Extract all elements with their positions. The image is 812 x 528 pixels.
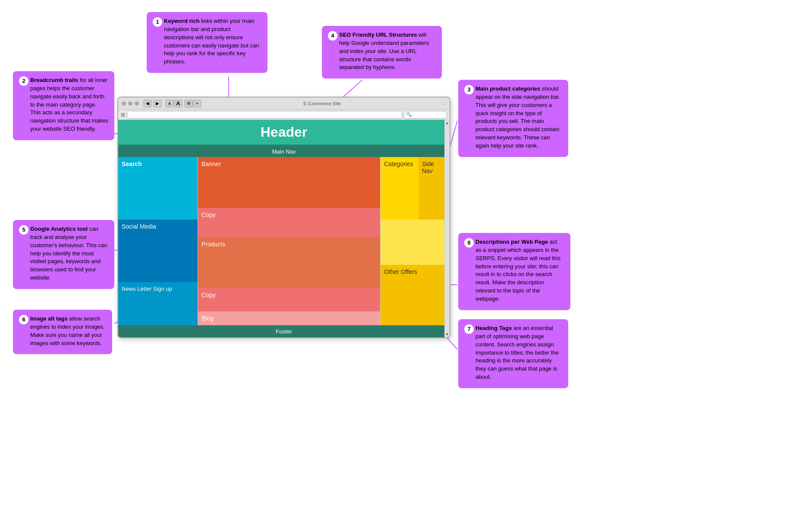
- site-left-column: Search Social Media News Letter Sign up: [118, 157, 198, 325]
- browser-titlebar: ◀ ▶ A A ⚙ + E-Commerce Site -: [118, 97, 450, 110]
- browser-scrollbar[interactable]: ▲ ▼: [444, 120, 450, 337]
- site-copy1-block: Copy: [198, 208, 380, 238]
- browser-traffic-lights: [122, 101, 139, 106]
- forward-button[interactable]: ▶: [153, 100, 162, 107]
- callout-num-6: 6: [19, 315, 28, 324]
- callout-5: 5 Google Analytics tool can track and an…: [13, 220, 114, 289]
- site-categories-block: Categories: [381, 157, 419, 220]
- text-size-large[interactable]: A: [174, 100, 183, 107]
- site-social-block: Social Media: [118, 220, 198, 282]
- callout-num-2: 2: [19, 76, 28, 86]
- site-header: Header: [118, 120, 450, 146]
- callout-num-7: 7: [464, 324, 474, 334]
- callout-4: 4 SEO Friendly URL Structures will help …: [322, 26, 442, 79]
- site-newsletter-block: News Letter Sign up: [118, 282, 198, 325]
- callout-num-8: 8: [464, 238, 474, 248]
- site-right-column: Categories Side Nav Other Offers: [381, 157, 450, 325]
- website-content: Header Main Nav Search Social Media News…: [118, 120, 450, 337]
- site-banner-block: Banner: [198, 157, 380, 208]
- close-dot[interactable]: [122, 101, 126, 106]
- callout-3: 3 Main product categories should appear …: [458, 80, 568, 157]
- scroll-up-arrow[interactable]: ▲: [445, 121, 449, 125]
- callout-num-5: 5: [19, 225, 28, 235]
- minimize-dot[interactable]: [128, 101, 132, 106]
- callout-num-4: 4: [328, 31, 337, 41]
- text-size-small[interactable]: A: [165, 100, 174, 107]
- settings-button[interactable]: ⚙: [184, 100, 193, 107]
- grid-icon: ⊞: [121, 112, 125, 118]
- browser-nav-buttons: ◀ ▶: [143, 100, 162, 107]
- browser-title: E-Commerce Site: [201, 101, 443, 106]
- callout-6: 6 Image alt tags allow search engines to…: [13, 310, 112, 354]
- browser-search-box[interactable]: 🔍: [404, 111, 447, 119]
- site-footer: Footer: [118, 325, 450, 337]
- callout-num-1: 1: [153, 17, 162, 27]
- site-search-block: Search: [118, 157, 198, 220]
- callout-num-3: 3: [464, 85, 474, 94]
- callout-8: 8 Descriptions per Web Page act as a sni…: [458, 233, 570, 310]
- site-products-block: Products: [198, 237, 380, 288]
- browser-zoom: -: [443, 101, 444, 106]
- search-icon: 🔍: [406, 112, 412, 117]
- callout-1: 1 Keyword rich links within your main na…: [147, 12, 268, 73]
- site-mainnav: Main Nav: [118, 146, 450, 157]
- maximize-dot[interactable]: [135, 101, 139, 106]
- site-blog-block: Blog: [198, 311, 380, 325]
- site-copy2-block: Copy: [198, 288, 380, 311]
- add-tab-button[interactable]: +: [193, 100, 201, 107]
- site-center-column: Banner Copy Products Copy Blog: [198, 157, 381, 325]
- callout-7: 7 Heading Tags are an essential part of …: [458, 319, 568, 388]
- address-bar[interactable]: [127, 111, 402, 119]
- site-right-spacer: [381, 220, 450, 265]
- callout-2: 2 Breadcrumb trails for all inner pages …: [13, 71, 114, 140]
- scroll-down-arrow[interactable]: ▼: [445, 332, 449, 336]
- site-right-top: Categories Side Nav: [381, 157, 450, 220]
- back-button[interactable]: ◀: [143, 100, 152, 107]
- browser-window: ◀ ▶ A A ⚙ + E-Commerce Site - ⊞ 🔍 Header…: [117, 97, 450, 338]
- browser-toolbar: ⊞ 🔍: [118, 110, 450, 120]
- site-other-block: Other Offers: [381, 265, 450, 325]
- site-body: Search Social Media News Letter Sign up …: [118, 157, 450, 325]
